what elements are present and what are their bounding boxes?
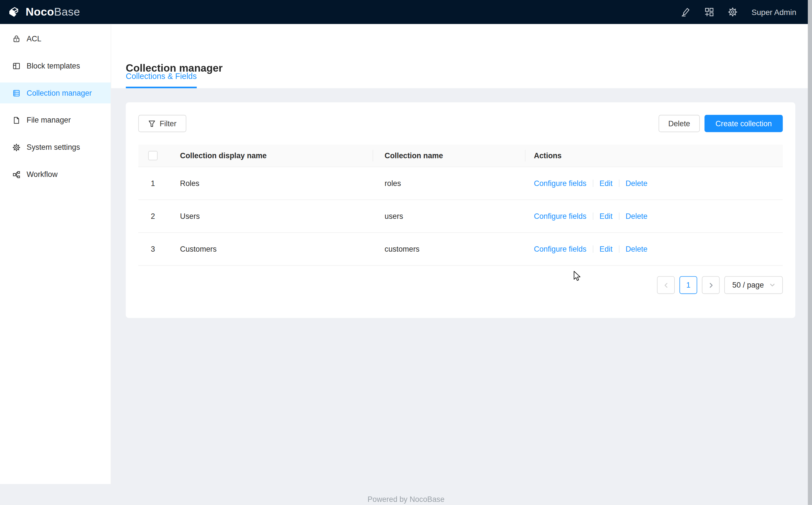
create-collection-button[interactable]: Create collection: [705, 115, 783, 132]
sidebar-item-block-templates[interactable]: Block templates: [0, 55, 110, 76]
configure-fields-link[interactable]: Configure fields: [534, 245, 586, 254]
sidebar-item-label: File manager: [27, 116, 71, 124]
sidebar-item-label: Collection manager: [27, 89, 92, 98]
prev-page-button[interactable]: [657, 276, 675, 294]
action-divider: [619, 212, 619, 220]
column-divider: [525, 150, 526, 161]
cell-collection-name: roles: [372, 179, 525, 188]
page-header: Collection manager Collections & Fields: [111, 24, 812, 88]
sidebar-item-system-settings[interactable]: System settings: [0, 137, 110, 158]
app-viewport: NocoBase: [0, 0, 812, 505]
delete-link[interactable]: Delete: [625, 179, 647, 188]
sidebar-item-workflow[interactable]: Workflow: [0, 164, 110, 185]
sidebar-item-acl[interactable]: ACL: [0, 28, 110, 49]
table-row: 2 Users users Configure fields Edit Dele…: [139, 200, 783, 233]
cell-collection-name: customers: [372, 245, 525, 254]
column-header-display-name: Collection display name: [168, 151, 372, 160]
row-index: 1: [139, 179, 168, 188]
row-index: 3: [139, 245, 168, 254]
cell-display-name: Customers: [168, 245, 372, 254]
pagination: 1 50 / page: [139, 276, 783, 294]
table-toolbar: Filter Delete Create collection: [139, 115, 783, 132]
chevron-down-icon: [770, 283, 775, 288]
table-row: 3 Customers customers Configure fields E…: [139, 233, 783, 266]
action-divider: [619, 179, 619, 187]
content-area: Filter Delete Create collection Collecti…: [111, 88, 812, 505]
page-size-value: 50 / page: [732, 281, 764, 289]
sidebar-item-file-manager[interactable]: File manager: [0, 110, 110, 131]
partition-icon: [12, 170, 20, 178]
configure-fields-link[interactable]: Configure fields: [534, 212, 586, 220]
vertical-scrollbar[interactable]: [808, 0, 812, 505]
nocobase-logo[interactable]: NocoBase: [7, 5, 80, 19]
edit-link[interactable]: Edit: [599, 245, 612, 254]
column-header-collection-name: Collection name: [372, 151, 525, 160]
database-icon: [12, 89, 20, 97]
column-divider: [372, 150, 373, 161]
table-header-row: Collection display name Collection name …: [139, 145, 783, 167]
table-row: 1 Roles roles Configure fields Edit Dele…: [139, 167, 783, 200]
configure-fields-link[interactable]: Configure fields: [534, 179, 586, 188]
collections-table: Collection display name Collection name …: [139, 145, 783, 266]
tab-collections-fields[interactable]: Collections & Fields: [126, 71, 197, 88]
filter-button[interactable]: Filter: [139, 115, 187, 132]
gear-icon[interactable]: [728, 7, 737, 17]
sidebar-item-label: Block templates: [27, 62, 80, 70]
collections-card: Filter Delete Create collection Collecti…: [126, 103, 795, 318]
select-all-checkbox[interactable]: [148, 151, 158, 160]
lock-icon: [12, 35, 20, 43]
cell-display-name: Roles: [168, 179, 372, 188]
sidebar-item-label: System settings: [27, 143, 80, 151]
funnel-icon: [148, 120, 156, 127]
cube-logo-icon: [7, 5, 21, 19]
cell-display-name: Users: [168, 212, 372, 220]
action-divider: [593, 179, 593, 187]
gear-icon: [12, 143, 20, 151]
action-divider: [619, 245, 619, 253]
delete-button[interactable]: Delete: [659, 115, 700, 132]
sidebar-item-label: ACL: [27, 34, 41, 43]
chevron-left-icon: [663, 282, 668, 288]
highlighter-icon[interactable]: [681, 7, 690, 17]
edit-link[interactable]: Edit: [599, 212, 612, 220]
column-header-actions: Actions: [525, 151, 783, 160]
file-icon: [12, 116, 20, 124]
chevron-right-icon: [708, 282, 714, 288]
page-1-button[interactable]: 1: [680, 276, 698, 294]
user-menu[interactable]: Super Admin: [752, 8, 796, 16]
edit-link[interactable]: Edit: [599, 179, 612, 188]
sidebar: ACL Block templates Collection manager F…: [0, 24, 111, 484]
sidebar-item-collection-manager[interactable]: Collection manager: [0, 82, 110, 103]
delete-link[interactable]: Delete: [625, 212, 647, 220]
sidebar-item-label: Workflow: [27, 170, 57, 179]
top-bar: NocoBase: [0, 0, 812, 24]
appstore-add-icon[interactable]: [705, 7, 714, 17]
next-page-button[interactable]: [702, 276, 720, 294]
layout-icon: [12, 62, 20, 70]
filter-label: Filter: [160, 119, 176, 128]
cell-collection-name: users: [372, 212, 525, 220]
row-index: 2: [139, 212, 168, 220]
delete-link[interactable]: Delete: [625, 245, 647, 254]
page-size-select[interactable]: 50 / page: [724, 276, 783, 294]
action-divider: [593, 245, 593, 253]
action-divider: [593, 212, 593, 220]
brand-text: NocoBase: [25, 5, 80, 18]
powered-by-footer: Powered by NocoBase: [0, 495, 812, 504]
